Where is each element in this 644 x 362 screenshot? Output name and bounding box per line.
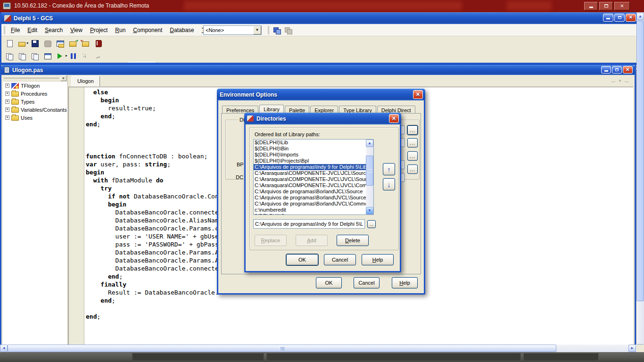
move-down-button[interactable]: ↓ [383, 178, 395, 190]
expand-icon[interactable]: + [5, 115, 9, 120]
menu-item[interactable]: Run [111, 25, 129, 35]
library-path-item[interactable]: C:\Araraquara\COMPONENTE-JVCL\JCL\Sourc [254, 170, 366, 176]
toolbar-button[interactable] [3, 38, 15, 49]
menu-item[interactable]: Search [41, 25, 66, 35]
path-input[interactable] [253, 219, 365, 229]
menu-item[interactable]: Project [86, 25, 111, 35]
rdp-horizontal-scrollbar[interactable]: ◄ ► [0, 345, 636, 352]
taskbar-edge[interactable] [0, 352, 644, 362]
rdp-hscroll-thumb[interactable] [8, 345, 556, 352]
dir-ok-button[interactable]: OK [286, 254, 318, 265]
library-path-item[interactable]: C:\Araraquara\COMPONENTE-JVCL\JVCL\Com [254, 182, 366, 189]
code-line[interactable] [86, 321, 633, 329]
editor-close-button[interactable]: ✕ [623, 66, 633, 74]
close-button[interactable]: ✕ [626, 14, 636, 22]
rdp-scroll-up-icon[interactable]: ▲ [636, 13, 644, 20]
eo-help-button[interactable]: Help [392, 277, 418, 288]
chevron-down-icon[interactable]: ▾ [619, 79, 621, 83]
library-path-browse-button[interactable]: ... [407, 125, 418, 135]
library-path-item[interactable]: $(DELPHI)\Source [254, 213, 366, 214]
library-path-item[interactable]: $(DELPHI)\Projects\Bpl [254, 158, 366, 164]
library-path-item[interactable]: $(DELPHI)\Imports [254, 152, 366, 158]
tree-item[interactable]: + Variables/Constants [3, 106, 67, 114]
path-browse-button[interactable]: ... [367, 220, 376, 228]
rdp-minimize-button[interactable] [584, 2, 598, 10]
move-up-button[interactable]: ↑ [383, 163, 395, 175]
toolbar-button[interactable] [67, 38, 79, 49]
expand-icon[interactable]: + [5, 107, 9, 112]
editor-tab-ulogon[interactable]: Ulogon [71, 76, 100, 87]
dir-help-button[interactable]: Help [362, 254, 394, 265]
code-line[interactable] [86, 329, 633, 337]
environment-options-close-icon[interactable]: ✕ [413, 90, 423, 99]
scroll-down-icon[interactable]: ▼ [366, 207, 373, 214]
tree-item[interactable]: + Procedures [3, 90, 67, 98]
code-line[interactable] [86, 337, 633, 345]
rdp-vscroll-thumb[interactable] [636, 21, 644, 301]
toolbar-button[interactable] [41, 38, 53, 49]
scroll-up-icon[interactable]: ▲ [366, 140, 373, 147]
toolbar-gripper[interactable] [3, 26, 5, 34]
back-icon[interactable]: ← [611, 77, 617, 84]
toolbar-button[interactable] [92, 50, 104, 61]
eo-cancel-button[interactable]: Cancel [354, 277, 380, 288]
toolbar-gripper[interactable] [267, 26, 269, 34]
scrollbar-thumb[interactable] [366, 156, 373, 186]
close-icon[interactable]: × [60, 75, 66, 81]
replace-button[interactable]: Replace [255, 235, 287, 246]
toolbar-button[interactable] [41, 50, 53, 61]
rdp-scroll-right-icon[interactable]: ► [628, 345, 636, 352]
library-path-item[interactable]: c:\numberedit [254, 207, 366, 213]
toolbar-button[interactable] [29, 38, 41, 49]
dcp-output-browse-button[interactable]: ... [407, 165, 418, 174]
directories-close-icon[interactable]: ✕ [389, 114, 399, 123]
add-button[interactable]: Add [296, 235, 328, 246]
menu-item[interactable]: File [7, 25, 24, 35]
chevron-down-icon[interactable]: ▼ [253, 26, 261, 34]
library-path-item[interactable]: C:\Arquivos de programas\Indy 9 for Delp… [254, 164, 366, 170]
rdp-restore-button[interactable] [599, 2, 613, 10]
library-path-item[interactable]: C:\Arquivos de programas\Borland\JCL\Sou… [254, 189, 366, 195]
desktop-layout-combo[interactable]: <None> ▼ [203, 25, 262, 35]
editor-restore-button[interactable] [612, 66, 622, 74]
rdp-scroll-left-icon[interactable]: ◄ [0, 345, 8, 352]
code-line[interactable] [86, 304, 633, 313]
expand-icon[interactable]: + [5, 91, 9, 96]
toolbar-button[interactable] [16, 50, 28, 61]
toolbar-button[interactable] [67, 50, 79, 61]
toolbar-button[interactable] [92, 38, 104, 49]
expand-icon[interactable]: + [5, 83, 9, 88]
library-path-item[interactable]: $(DELPHI)\Bin [254, 146, 366, 152]
tree-item[interactable]: + Uses [3, 114, 67, 122]
toolbar-button[interactable] [80, 38, 91, 49]
tree-item[interactable]: + TFlogon [3, 82, 67, 90]
tree-item[interactable]: + Types [3, 98, 67, 106]
taskbar-segment[interactable] [523, 353, 599, 361]
toolbar-button[interactable] [54, 50, 66, 61]
library-path-item[interactable]: C:\Araraquara\COMPONENTE-JVCL\JVCL\Sour [254, 176, 366, 182]
minimize-button[interactable] [603, 14, 613, 22]
toolbar-button[interactable] [16, 38, 28, 49]
toolbar-button[interactable] [80, 50, 91, 61]
maximize-button[interactable] [614, 14, 625, 22]
rdp-close-button[interactable]: ✕ [614, 2, 630, 10]
save-desktop-icon[interactable] [272, 26, 281, 34]
delete-button[interactable]: Delete [337, 235, 369, 246]
library-path-item[interactable]: C:\Arquivos de programas\Borland\JVCL\Co… [254, 201, 366, 207]
editor-minimize-button[interactable] [601, 66, 611, 74]
toolbar-button[interactable] [3, 50, 15, 61]
toolbar-button[interactable] [29, 50, 41, 61]
taskbar-segment[interactable] [132, 353, 264, 361]
menu-item[interactable]: Database [166, 25, 198, 35]
menu-item[interactable]: View [66, 25, 86, 35]
splitter-handle[interactable] [4, 77, 59, 78]
expand-icon[interactable]: + [5, 99, 9, 104]
bpl-output-browse-button[interactable]: ... [407, 151, 418, 161]
taskbar-segment[interactable] [266, 353, 521, 361]
rdp-vertical-scrollbar[interactable]: ▲ ▼ [636, 12, 644, 352]
eo-ok-button[interactable]: OK [316, 277, 342, 288]
library-paths-listbox[interactable]: $(DELPHI)\Lib$(DELPHI)\Bin$(DELPHI)\Impo… [253, 139, 374, 215]
dir-cancel-button[interactable]: Cancel [324, 254, 356, 265]
menu-item[interactable]: Edit [24, 25, 41, 35]
code-line[interactable]: end; [86, 313, 633, 321]
